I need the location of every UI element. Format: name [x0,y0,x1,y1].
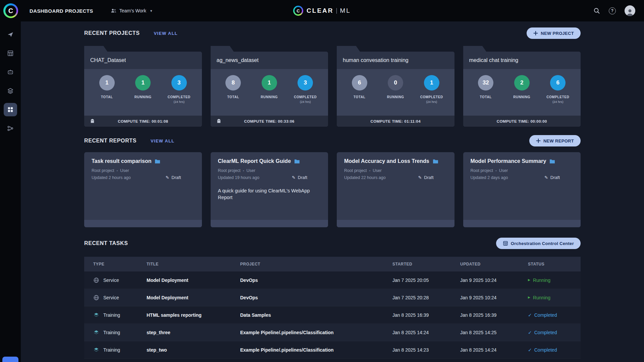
tasks-section-header: RECENT TASKS Orchestration Control Cente… [84,237,581,249]
layers-icon [93,329,99,336]
table-row[interactable]: Training step_three Example Pipeline/.pi… [84,324,581,341]
report-cards-row: Task result comparison Root project • Us… [84,152,581,227]
project-card[interactable]: medical chat training 32 TOTAL 2 RUNNING… [463,52,581,127]
table-row[interactable]: Service Model Deployment DevOps Jan 7 20… [84,289,581,306]
report-title: Model Performance Summary [471,158,546,164]
report-card[interactable]: Model Accuracy and Loss Trends Root proj… [337,152,454,227]
table-row[interactable]: Training step_two Example Pipeline/.pipe… [84,341,581,359]
total-label: TOTAL [227,95,239,99]
stat-running: 1 RUNNING [252,75,287,116]
stat-total: 6 TOTAL [342,75,377,116]
report-meta-row: Updated 22 hours ago ✎ Draft [344,175,447,180]
report-updated: Updated 19 hours ago [218,175,260,180]
play-icon: ▶ [528,278,530,282]
dashboard-grid-icon [4,103,17,116]
paper-plane-icon [4,28,17,41]
logo-divider [337,8,337,14]
total-label: TOTAL [101,95,113,99]
report-card[interactable]: Task result comparison Root project • Us… [84,152,202,227]
running-label: RUNNING [513,95,530,99]
chevron-down-icon: ▾ [150,9,152,13]
report-user: User [373,168,381,173]
draft-badge: ✎ Draft [418,175,433,180]
status-badge: ▶ Running [528,278,581,283]
question-glyph: ? [609,7,616,14]
task-type: Service [93,277,147,283]
report-project: Root project [218,168,240,173]
compute-strip: COMPUTE TIME: 01:11:04 [337,116,454,127]
completed-period: (24 hrs) [300,100,311,104]
folder-icon [155,159,160,164]
project-card[interactable]: ag_news_dataset 8 TOTAL 1 RUNNING 3 [211,52,328,127]
sidebar-item-orchestration[interactable] [0,44,21,63]
task-started: Jan 7 2025 20:05 [392,278,460,283]
dot-separator: • [495,169,497,173]
status-label: Completed [534,330,557,335]
new-report-button[interactable]: NEW REPORT [529,135,581,146]
table-header: TYPE TITLE PROJECT STARTED UPDATED STATU… [84,257,581,272]
user-avatar[interactable] [625,5,635,16]
task-title: HTML samples reporting [147,312,240,318]
sidebar-item-datasets[interactable] [0,81,21,100]
report-meta: Root project • User [344,168,447,173]
completed-count: 3 [298,75,313,90]
pencil-icon: ✎ [418,175,422,180]
dot-separator: • [369,169,370,173]
layers-icon [93,312,99,318]
project-card[interactable]: CHAT_Dataset 1 TOTAL 1 RUNNING 3 [84,52,202,127]
sidebar-item-dashboard[interactable] [0,100,21,119]
logo-letter: C [5,5,16,16]
project-card[interactable]: human convesation training 6 TOTAL 0 RUN… [337,52,454,127]
report-card[interactable]: ClearML Report Quick Guide Root project … [211,152,328,227]
dot-separator: • [116,169,118,173]
stat-completed: 3 COMPLETED (24 hrs) [287,75,323,116]
task-project: Example Pipeline/.pipelines/Classificati… [240,347,392,353]
completed-label: COMPLETED [294,95,317,99]
app-logo[interactable]: C [0,0,21,21]
task-title: Model Deployment [147,295,240,300]
pencil-icon: ✎ [165,175,169,180]
task-type: Training [93,329,147,336]
search-icon[interactable] [593,7,600,14]
stat-completed: 3 COMPLETED (24 hrs) [161,75,197,116]
check-icon: ✓ [528,347,532,353]
status-badge: ✓ Completed [528,347,581,353]
new-project-label: NEW PROJECT [541,31,574,36]
task-type-label: Training [103,330,120,335]
workspace-switcher[interactable]: Team's Work ▾ [111,8,152,14]
folder-tab [211,46,234,52]
task-started: Jan 8 2025 14:24 [392,330,460,335]
tasks-heading: RECENT TASKS [84,240,128,246]
sidebar-bottom-tab[interactable] [2,357,18,362]
new-report-label: NEW REPORT [543,138,574,143]
col-status: STATUS [528,262,581,266]
draft-label: Draft [298,175,307,180]
projects-section-header: RECENT PROJECTS VIEW ALL NEW PROJECT [84,27,581,39]
reports-view-all-link[interactable]: VIEW ALL [151,138,174,143]
task-updated: Jan 9 2025 10:24 [460,278,528,283]
sidebar-item-pipelines[interactable] [0,119,21,138]
stat-running: 0 RUNNING [378,75,413,116]
sidebar-item-applications[interactable] [0,63,21,81]
pencil-icon: ✎ [544,175,548,180]
task-type-label: Training [103,312,120,318]
report-user: User [120,168,129,173]
table-row[interactable]: Service Model Deployment DevOps Jan 7 20… [84,272,581,289]
total-label: TOTAL [354,95,365,99]
compute-time: COMPUTE TIME: 01:11:04 [337,119,454,123]
report-title: Task result comparison [92,158,151,164]
projects-view-all-link[interactable]: VIEW ALL [154,31,177,36]
new-project-button[interactable]: NEW PROJECT [527,27,581,39]
sidebar-item-projects[interactable] [0,25,21,44]
table-row[interactable]: Training HTML samples reporting Data Sam… [84,306,581,324]
report-card[interactable]: Model Performance Summary Root project •… [463,152,581,227]
total-count: 6 [352,75,367,90]
table-grid-icon [4,47,17,60]
reports-section-header: RECENT REPORTS VIEW ALL NEW REPORT [84,135,581,147]
orchestration-control-center-button[interactable]: Orchestration Control Center [496,238,581,249]
recent-tasks-table: TYPE TITLE PROJECT STARTED UPDATED STATU… [84,257,581,359]
people-icon [111,8,117,14]
report-user: User [247,168,255,173]
help-icon[interactable]: ? [609,7,616,14]
clearml-dashboard: C DASHBOARD PROJECTS Team's Work ▾ C CLE… [0,0,644,362]
